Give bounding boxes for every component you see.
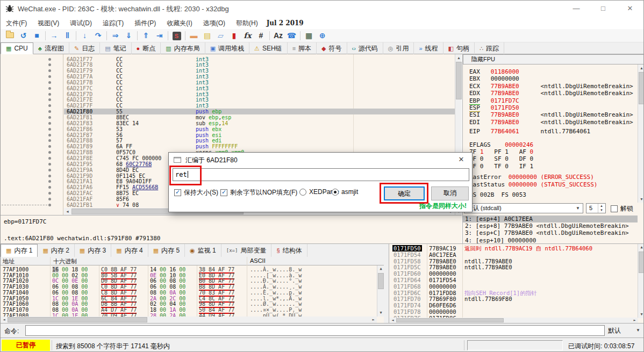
stack-row[interactable]: 0171FD7800000000 xyxy=(389,308,638,315)
register-list[interactable]: EAX 01186000EBX 00000000ECX 77B9ABE0 <nt… xyxy=(463,64,638,203)
tab-cpu[interactable]: ▦CPU xyxy=(1,42,33,54)
tab-script[interactable]: ≡脚本 xyxy=(288,42,317,54)
menu-item[interactable]: 选项(O) xyxy=(198,17,231,30)
breakpoint-dot-icon[interactable] xyxy=(48,116,51,119)
hash-icon[interactable]: # xyxy=(254,30,268,41)
dock-tab-dump3[interactable]: ▦内存 3 xyxy=(75,244,111,257)
tab-call-stack[interactable]: ▣调用堆栈 xyxy=(205,42,249,54)
breakpoint-dot-icon[interactable] xyxy=(48,145,51,148)
run-icon[interactable]: → xyxy=(47,30,61,41)
menu-item[interactable]: 插件(P) xyxy=(129,17,161,30)
disasm-row[interactable]: 6AD21F7ECCint3 xyxy=(1,97,455,103)
dock-tab-dump5[interactable]: ▦内存 5 xyxy=(148,244,185,257)
stack-row[interactable]: 0171FD74D60FE6D6 xyxy=(389,302,638,308)
stack-row[interactable]: 0171FD54A0C17EEA xyxy=(389,252,638,258)
disasm-row[interactable]: 6AD21F7DCCint3 xyxy=(1,91,455,97)
comments-icon[interactable]: ▤ xyxy=(201,30,214,41)
breakpoint-dot-icon[interactable] xyxy=(48,58,51,61)
maximize-button[interactable]: □ xyxy=(590,1,617,17)
memory-rows[interactable]: 77AF100016 00 18 00C0 8B AF 7714 00 16 0… xyxy=(1,265,377,317)
step-over-icon[interactable]: ↷ xyxy=(91,30,105,41)
disasm-row[interactable]: 6AD21F8857push edi xyxy=(1,138,455,143)
breakpoint-dot-icon[interactable] xyxy=(48,98,51,101)
dock-tab-dump1[interactable]: ▦内存 1 xyxy=(1,244,38,257)
menu-item[interactable]: 调试(D) xyxy=(65,17,97,30)
command-mode-select[interactable]: 默认 ▼ xyxy=(608,326,641,335)
menu-item[interactable]: 文件(F) xyxy=(1,17,32,30)
register-line[interactable]: ECX 77B9ABE0 <ntdll.DbgUiRemoteBreakin> xyxy=(469,83,633,90)
breakpoint-dot-icon[interactable] xyxy=(48,186,51,189)
breakpoint-dot-icon[interactable] xyxy=(48,180,51,183)
globe-icon[interactable]: ⊕ xyxy=(316,30,329,41)
register-line[interactable]: ZF 1 PF 1 AF 0 xyxy=(469,148,533,155)
argument-row[interactable]: 3: [esp+C] 77B9ABE0 <ntdll.DbgUiRemoteBr… xyxy=(463,229,638,236)
dock-tab-dump4[interactable]: ▦内存 4 xyxy=(111,244,148,257)
disasm-row[interactable]: 6AD21F7FCCint3 xyxy=(1,103,455,109)
register-line[interactable]: ESI 77B9ABE0 <ntdll.DbgUiRemoteBreakin> xyxy=(469,111,633,118)
stack-row[interactable]: 0171FD5077B9AC19返回到 ntdll.77B9AC19 自 ntd… xyxy=(389,245,638,252)
register-line[interactable]: ESP 0171FD50 xyxy=(469,104,519,111)
register-line[interactable]: EIP 77B64061 ntdll.77B64061 xyxy=(469,128,590,135)
disasm-row[interactable]: 6AD21F896A FFpush FFFFFFFF xyxy=(1,143,455,149)
strings-icon[interactable]: S xyxy=(170,30,183,41)
nop-fill-checkbox[interactable] xyxy=(220,189,227,196)
breakpoint-dot-icon[interactable] xyxy=(48,175,51,177)
register-line[interactable]: EFLAGS 00000246 xyxy=(469,141,533,148)
register-line[interactable]: EBX 00000000 xyxy=(469,75,519,82)
hide-fpu-button[interactable]: 隐藏FPU xyxy=(463,54,644,64)
memory-hscrollbar[interactable]: ◄ ► xyxy=(1,317,377,323)
tab-memory-map[interactable]: ▥内存布局 xyxy=(161,42,205,54)
disasm-row[interactable]: 6AD21F78CCint3 xyxy=(1,62,455,68)
assemble-instruction-input[interactable]: ret xyxy=(173,168,469,181)
disasm-row[interactable]: 6AD21F8756push esi xyxy=(1,132,455,138)
tab-trace[interactable]: ∴跟踪 xyxy=(475,42,504,54)
breakpoint-dot-icon[interactable] xyxy=(48,139,51,142)
register-line[interactable]: LastError 00000000 (ERROR_SUCCESS) xyxy=(469,174,594,181)
stack-row[interactable]: 0171FD6C0171FDD8指向SEH_Record[1]的指针 xyxy=(389,290,638,296)
breakpoint-dot-icon[interactable] xyxy=(48,204,51,206)
dock-tab-locals[interactable]: [x=]局部变量 xyxy=(221,244,272,257)
breakpoint-dot-icon[interactable] xyxy=(48,81,51,84)
device-icon[interactable]: ☎ xyxy=(285,30,298,41)
stack-row[interactable]: 0171FD6000000000 xyxy=(389,270,638,277)
stack-row[interactable]: 0171FD7077B69F80ntdll.77B69F80 xyxy=(389,296,638,302)
run-to-cursor-icon[interactable]: ⇓ xyxy=(122,30,135,41)
stack-vscrollbar[interactable]: ▲ ▼ xyxy=(638,244,644,318)
stack-rows[interactable]: 0171FD5077B9AC19返回到 ntdll.77B9AC19 自 ntd… xyxy=(389,244,638,318)
disasm-row[interactable]: 6AD21F8383EC 14sub esp,14 xyxy=(1,120,455,126)
tab-symbols[interactable]: ◆符号 xyxy=(317,42,347,54)
memory-dump-panel[interactable]: 地址 十六进制 ASCII 77AF100016 00 18 00C0 8B A… xyxy=(1,257,384,323)
breakpoint-dot-icon[interactable] xyxy=(48,104,51,107)
breakpoint-dot-icon[interactable] xyxy=(48,134,51,137)
breakpoint-dot-icon[interactable] xyxy=(48,192,51,195)
labels-icon[interactable]: ▱ xyxy=(214,30,227,41)
memory-vscrollbar[interactable]: ▲ ▼ xyxy=(377,265,384,317)
arg-count-spinner[interactable]: 5 ▲▼ xyxy=(586,203,606,213)
breakpoint-dot-icon[interactable] xyxy=(48,93,51,96)
breakpoint-dot-icon[interactable] xyxy=(48,110,51,113)
step-into-icon[interactable]: ↓ xyxy=(78,30,91,41)
breakpoint-dot-icon[interactable] xyxy=(48,75,51,78)
calculator-icon[interactable]: ▦ xyxy=(302,30,316,41)
breakpoint-dot-icon[interactable] xyxy=(48,122,51,125)
step-out-icon[interactable]: ⇑ xyxy=(139,30,153,41)
disasm-row[interactable]: 6AD21F7BCCint3 xyxy=(1,80,455,85)
register-line[interactable]: CF 0 TF 0 IF 1 xyxy=(469,163,533,170)
command-input[interactable] xyxy=(25,325,605,336)
register-line[interactable]: LastStatus 00000000 (STATUS_SUCCESS) xyxy=(469,181,597,188)
call-arguments-list[interactable]: 1: [esp+4] A0C17EEA2: [esp+8] 77B9ABE0 <… xyxy=(463,215,638,243)
pause-icon[interactable]: ‖ xyxy=(61,30,74,41)
stop-icon[interactable]: ■ xyxy=(30,30,44,41)
dock-tab-watch1[interactable]: ◉监视 1 xyxy=(185,244,221,257)
tab-notes[interactable]: ▤笔记 xyxy=(100,42,131,54)
register-line[interactable]: GS 002B FS 0053 xyxy=(469,191,526,198)
tab-breakpoints[interactable]: ●断点 xyxy=(132,42,161,54)
asmjit-radio[interactable] xyxy=(332,189,339,196)
fx-icon[interactable]: fx xyxy=(241,30,254,41)
tab-graph[interactable]: ♣流程图 xyxy=(33,42,69,54)
disasm-row[interactable]: 6AD21F79CCint3 xyxy=(1,68,455,74)
dock-tab-dump2[interactable]: ▦内存 2 xyxy=(38,244,74,257)
tab-seh[interactable]: ⚠SEH链 xyxy=(249,42,288,54)
register-line[interactable]: EDI 77B9ABE0 <ntdll.DbgUiRemoteBreakin> xyxy=(469,119,633,126)
restart-icon[interactable]: ↺ xyxy=(17,30,30,41)
